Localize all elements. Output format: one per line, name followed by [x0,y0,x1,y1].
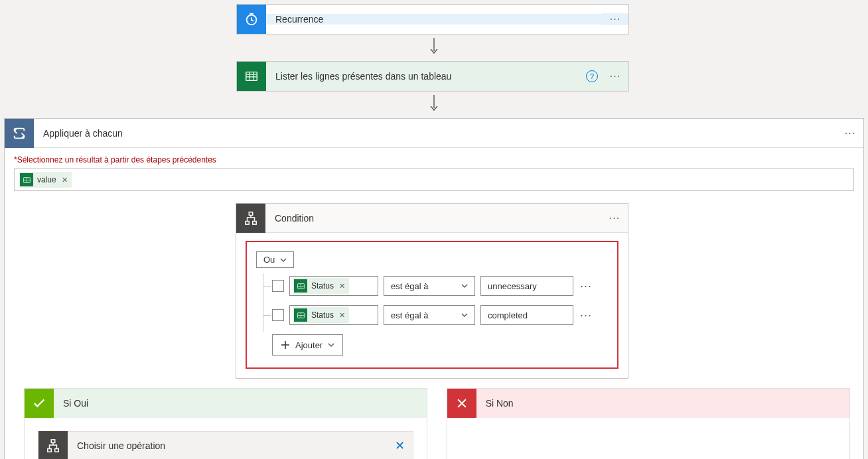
list-rows-title: Lister les lignes présentes dans un tabl… [266,71,586,82]
token-remove-icon[interactable]: ✕ [339,282,345,291]
row-checkbox[interactable] [272,309,284,321]
svg-rect-4 [246,221,250,224]
select-output-input[interactable]: value ✕ [14,168,854,191]
check-icon [25,389,54,418]
condition-icon [38,431,68,459]
row-menu-button[interactable]: ··· [579,308,593,322]
close-icon [447,389,476,418]
row-menu-button[interactable]: ··· [579,279,593,293]
excel-icon [294,308,307,322]
loop-icon [5,119,34,148]
select-output-label: *Sélectionnez un résultat à partir des é… [14,155,854,164]
add-condition-button[interactable]: Ajouter [272,334,343,356]
if-yes-title: Si Oui [54,398,98,409]
token-label: value [37,175,56,184]
token-status[interactable]: Status ✕ [293,278,349,294]
condition-menu-button[interactable]: ··· [601,212,628,224]
condition-field-input[interactable]: Status ✕ [289,305,378,325]
apply-to-each-title: Appliquer à chacun [34,128,837,139]
token-status[interactable]: Status ✕ [293,307,349,323]
list-rows-menu-button[interactable]: ··· [602,70,628,82]
close-icon[interactable]: ✕ [386,438,413,453]
token-remove-icon[interactable]: ✕ [339,311,345,320]
recurrence-icon [237,5,266,34]
chevron-down-icon [461,312,468,318]
token-remove-icon[interactable]: ✕ [62,176,68,184]
flow-arrow-icon [427,94,441,111]
flow-arrow-icon [427,37,441,54]
trigger-card[interactable]: Recurrence ··· [236,4,629,34]
condition-row: Status ✕ est égal à unnecessary [256,276,605,296]
if-yes-branch: Si Oui Choisir une opération [24,388,427,459]
operator-dropdown[interactable]: est égal à [384,276,475,296]
svg-rect-1 [246,72,257,81]
operator-dropdown[interactable]: est égal à [384,305,475,325]
svg-rect-9 [48,449,52,452]
value-input[interactable]: completed [480,305,573,325]
excel-icon [294,279,307,293]
excel-icon [237,62,266,91]
condition-icon [236,204,265,233]
row-checkbox[interactable] [272,280,284,292]
chevron-down-icon [328,342,334,348]
if-no-title: Si Non [476,398,523,409]
condition-header[interactable]: Condition ··· [236,204,628,233]
svg-rect-3 [249,212,253,215]
condition-title: Condition [265,213,601,224]
condition-field-input[interactable]: Status ✕ [289,276,378,296]
condition-row: Status ✕ est égal à completed [256,305,605,325]
chevron-down-icon [280,257,287,263]
group-operator-dropdown[interactable]: Ou [256,251,294,268]
svg-rect-5 [253,221,257,224]
svg-rect-8 [51,440,55,443]
condition-highlight-frame: Ou [246,241,618,369]
value-input[interactable]: unnecessary [480,276,573,296]
chevron-down-icon [461,283,468,289]
choose-operation-card[interactable]: Choisir une opération ✕ [38,431,413,459]
apply-to-each-header[interactable]: Appliquer à chacun ··· [5,119,863,148]
condition-card: Condition ··· Ou [236,203,628,379]
apply-to-each-container: Appliquer à chacun ··· *Sélectionnez un … [4,118,864,459]
choose-operation-title: Choisir une opération [68,440,386,451]
trigger-menu-button[interactable]: ··· [602,13,628,25]
if-no-branch: Si Non [447,388,850,459]
token-value[interactable]: value ✕ [19,172,72,188]
excel-icon [20,173,33,186]
svg-rect-10 [55,449,59,452]
help-icon[interactable]: ? [586,70,598,82]
list-rows-card[interactable]: Lister les lignes présentes dans un tabl… [236,61,629,92]
trigger-title: Recurrence [266,14,602,25]
apply-to-each-menu-button[interactable]: ··· [837,127,863,139]
